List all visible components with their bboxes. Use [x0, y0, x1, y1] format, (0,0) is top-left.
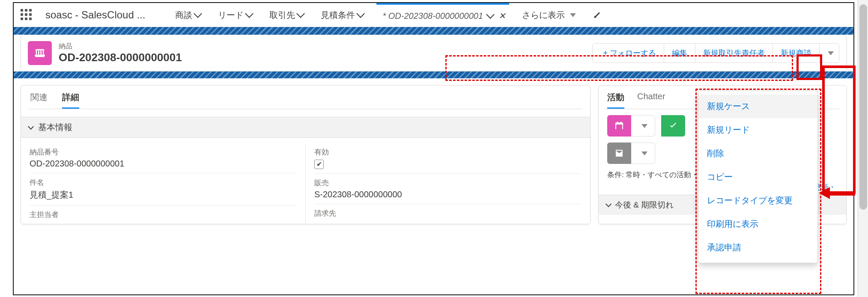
new-email-dropdown[interactable]	[631, 143, 655, 164]
edit-label: 編集	[672, 48, 687, 58]
field-owner: 主担当者	[30, 205, 297, 224]
new-event-button[interactable]	[607, 115, 631, 137]
app-name[interactable]: soasc - SalesCloud ...	[45, 9, 145, 21]
entity-icon	[28, 41, 52, 65]
annotation-connector-v	[822, 65, 825, 194]
field-label: 有効	[314, 147, 582, 157]
field-value: ✔	[314, 159, 582, 169]
nav-label: 取引先	[269, 9, 295, 21]
app-frame: soasc - SalesCloud ... 商談 リード 取引先 見積条件 *…	[13, 2, 854, 295]
nav-label: リード	[218, 9, 244, 21]
dd-item-new-case[interactable]: 新規ケース	[698, 95, 817, 118]
field-label: 主担当者	[30, 210, 297, 220]
mail-icon	[614, 148, 624, 158]
annotation-connector-h-bot	[829, 191, 855, 196]
chevron-down-icon	[606, 201, 611, 207]
nav-item-lead[interactable]: リード	[214, 3, 257, 27]
field-active: 有効 ✔	[314, 143, 582, 174]
chevron-down-icon	[194, 9, 203, 18]
caret-down-icon	[828, 51, 834, 55]
section-header[interactable]: 基本情報	[21, 117, 590, 138]
new-task-button[interactable]	[661, 115, 685, 137]
nav-item-quote[interactable]: 見積条件	[316, 3, 368, 27]
top-nav: soasc - SalesCloud ... 商談 リード 取引先 見積条件 *…	[14, 3, 853, 27]
fields-grid: 納品番号 OD-202308-0000000001 件名 見積_提案1 主担当者	[21, 138, 590, 224]
new-email-button[interactable]	[607, 143, 631, 164]
nav-label: 見積条件	[321, 9, 355, 21]
new-opportunity-label: 新規商談	[781, 48, 811, 58]
nav-more[interactable]: さらに表示	[518, 3, 580, 27]
record-type-label: 納品	[59, 42, 182, 51]
new-contact-button[interactable]: 新規取引先責任者	[695, 43, 773, 63]
highlight-panel: 納品 OD-202308-0000000001 + フォローする 編集 新規取引…	[21, 35, 847, 71]
field-sales: 販売 S-202308-0000000000	[314, 174, 582, 204]
field-value: OD-202308-0000000001	[30, 159, 297, 169]
content: 納品 OD-202308-0000000001 + フォローする 編集 新規取引…	[14, 35, 853, 71]
detail-tabs: 関連 詳細	[21, 86, 590, 109]
new-contact-label: 新規取引先責任者	[703, 48, 765, 58]
checkbox-checked-icon: ✔	[314, 160, 324, 169]
calendar-icon	[614, 121, 624, 131]
dd-item-delete[interactable]: 削除	[698, 142, 817, 165]
field-value: 見積_提案1	[30, 189, 297, 201]
actions-overflow-button[interactable]	[820, 43, 839, 63]
dd-item-new-lead[interactable]: 新規リード	[698, 118, 817, 142]
field-billto: 請求先	[314, 204, 582, 223]
annotation-connector-h-top	[822, 65, 855, 68]
record-name: OD-202308-0000000001	[59, 51, 182, 64]
annotation-connector-v2	[853, 65, 856, 194]
tab-close-icon[interactable]: ✕	[498, 11, 506, 21]
brand-band	[14, 27, 853, 35]
dd-item-print-view[interactable]: 印刷用に表示	[698, 212, 817, 236]
detail-card: 関連 詳細 基本情報 納品番号 OD-202308-0000000001	[21, 85, 591, 224]
quick-action-task	[661, 115, 685, 137]
field-label: 請求先	[314, 208, 582, 218]
tabs-underline	[29, 109, 582, 109]
highlight-actions: + フォローする 編集 新規取引先責任者 新規商談	[592, 43, 839, 63]
chevron-down-icon	[245, 9, 254, 18]
chevron-down-icon	[357, 9, 365, 18]
nav-item-account[interactable]: 取引先	[265, 3, 308, 27]
edit-button[interactable]: 編集	[664, 43, 695, 63]
annotation-arrow-icon	[819, 187, 830, 199]
dd-item-change-record-type[interactable]: レコードタイプを変更	[698, 189, 817, 212]
tab-activity[interactable]: 活動	[607, 92, 624, 109]
new-opportunity-button[interactable]: 新規商談	[773, 43, 820, 63]
tab-chatter[interactable]: Chatter	[637, 92, 665, 109]
follow-button[interactable]: + フォローする	[592, 43, 664, 63]
vertical-scrollbar[interactable]	[858, 0, 868, 297]
nav-item-opportunity[interactable]: 商談	[171, 3, 205, 27]
quick-action-event	[607, 115, 655, 137]
quick-action-email	[607, 143, 655, 164]
brand-band	[14, 71, 853, 78]
follow-label: + フォローする	[603, 48, 656, 58]
new-event-dropdown[interactable]	[631, 115, 655, 137]
field-subject: 件名 見積_提案1	[30, 173, 297, 205]
section-basic: 基本情報 納品番号 OD-202308-0000000001 件名 見積_提案1	[21, 117, 590, 224]
field-column-left: 納品番号 OD-202308-0000000001 件名 見積_提案1 主担当者	[21, 143, 306, 224]
tab-related[interactable]: 関連	[30, 92, 48, 109]
chevron-down-icon	[28, 123, 34, 129]
actions-dropdown-menu: 新規ケース 新規リード 削除 コピー レコードタイプを変更 印刷用に表示 承認申…	[698, 91, 818, 263]
caret-down-icon	[570, 13, 576, 17]
chevron-down-icon	[297, 9, 305, 18]
tab-details[interactable]: 詳細	[62, 92, 79, 109]
field-value-link[interactable]: S-202308-0000000000	[314, 190, 582, 199]
edit-nav-pencil[interactable]	[589, 3, 606, 27]
workspace-tab-active[interactable]: * OD-202308-0000000001 ✕	[376, 3, 509, 27]
field-column-right: 有効 ✔ 販売 S-202308-0000000000 請求先	[306, 143, 590, 224]
dd-item-copy[interactable]: コピー	[698, 165, 817, 189]
field-record-number: 納品番号 OD-202308-0000000001	[30, 143, 297, 173]
app-launcher-icon[interactable]	[21, 9, 33, 21]
chevron-down-icon[interactable]	[486, 10, 495, 19]
entity-meta: 納品 OD-202308-0000000001	[59, 42, 182, 64]
workspace-tab-label: * OD-202308-0000000001	[382, 11, 483, 21]
task-icon	[668, 121, 678, 131]
dd-item-submit-approval[interactable]: 承認申請	[698, 236, 817, 259]
scrollbar-thumb[interactable]	[859, 4, 867, 210]
caret-down-icon	[641, 124, 647, 128]
caret-down-icon	[641, 151, 647, 155]
field-label: 販売	[314, 178, 582, 188]
pencil-icon	[593, 11, 602, 19]
field-label: 件名	[30, 178, 297, 187]
